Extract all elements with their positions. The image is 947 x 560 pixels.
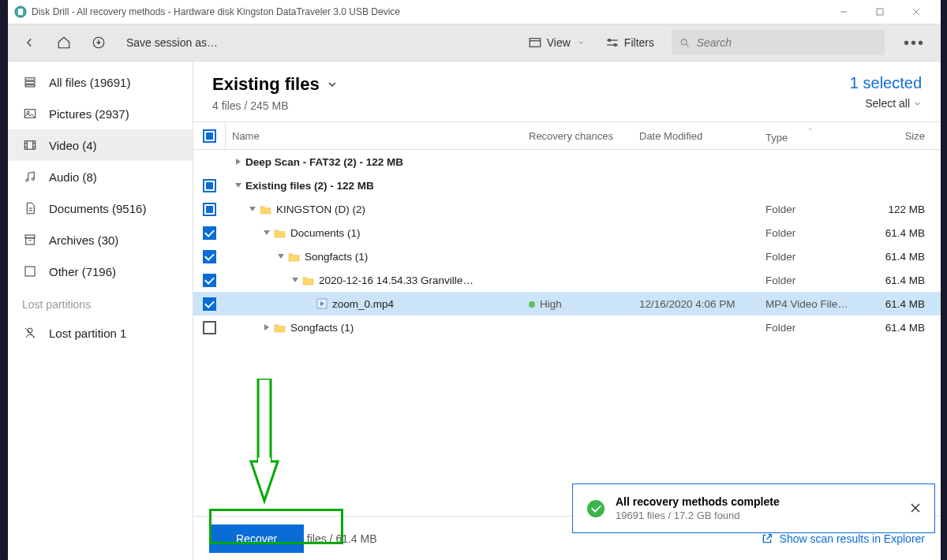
sidebar-item-audio[interactable]: Audio (8) bbox=[8, 161, 193, 192]
twisty-icon[interactable] bbox=[231, 158, 245, 166]
table-header: Name Recovery chances Date Modified ⌃Typ… bbox=[193, 121, 941, 150]
svg-marker-40 bbox=[278, 254, 284, 259]
maximize-button[interactable] bbox=[862, 0, 898, 24]
minimize-button[interactable] bbox=[825, 0, 862, 24]
search-input[interactable] bbox=[697, 36, 877, 49]
close-button[interactable] bbox=[898, 0, 934, 24]
sidebar: All files (19691) Pictures (2937) Video … bbox=[8, 62, 193, 560]
svg-rect-14 bbox=[25, 78, 35, 80]
video-icon bbox=[22, 138, 38, 152]
window-title: Disk Drill - All recovery methods - Hard… bbox=[32, 6, 825, 17]
archive-icon bbox=[22, 233, 38, 247]
sidebar-item-other[interactable]: Other (7196) bbox=[8, 256, 193, 287]
row-checkbox[interactable] bbox=[203, 274, 216, 287]
footer-info: 1 files / 61.4 MB bbox=[298, 532, 376, 545]
twisty-icon[interactable] bbox=[260, 323, 274, 331]
twisty-icon[interactable] bbox=[260, 229, 274, 237]
toast-close[interactable] bbox=[911, 502, 920, 516]
svg-rect-16 bbox=[25, 85, 35, 87]
svg-marker-41 bbox=[292, 278, 298, 282]
view-dropdown[interactable]: View bbox=[525, 32, 588, 53]
row-checkbox[interactable] bbox=[203, 297, 216, 311]
picture-icon bbox=[22, 106, 38, 121]
table-row[interactable]: Deep Scan - FAT32 (2) - 122 MB bbox=[193, 150, 941, 174]
row-checkbox[interactable] bbox=[203, 250, 216, 263]
table-row[interactable]: Songfacts (1)Folder61.4 MB bbox=[193, 245, 941, 268]
row-name: 2020-12-16 14.54.33 Granville… bbox=[319, 274, 474, 286]
svg-rect-15 bbox=[25, 81, 35, 84]
header-checkbox[interactable] bbox=[193, 129, 225, 143]
sidebar-item-all-files[interactable]: All files (19691) bbox=[8, 66, 193, 98]
col-name[interactable]: Name bbox=[225, 122, 522, 149]
recover-button[interactable]: Recover bbox=[209, 525, 304, 553]
svg-marker-36 bbox=[236, 159, 241, 165]
chance-indicator bbox=[529, 301, 535, 308]
table-row[interactable]: zoom_0.mp4High12/16/2020 4:06 PMMP4 Vide… bbox=[193, 292, 941, 315]
row-name: Documents (1) bbox=[290, 227, 361, 239]
row-name: Songfacts (1) bbox=[305, 251, 368, 263]
col-type[interactable]: ⌃Type bbox=[759, 129, 862, 144]
sidebar-item-archives[interactable]: Archives (30) bbox=[8, 224, 193, 256]
sidebar-item-video[interactable]: Video (4) bbox=[8, 129, 193, 161]
toolbar: Save session as… View Filters ••• bbox=[8, 24, 941, 62]
svg-marker-39 bbox=[264, 230, 270, 235]
home-button[interactable] bbox=[54, 32, 74, 53]
chevron-down-icon bbox=[913, 99, 922, 108]
row-checkbox[interactable] bbox=[203, 179, 216, 192]
table-row[interactable]: Documents (1)Folder61.4 MB bbox=[193, 221, 941, 245]
show-in-explorer-link[interactable]: Show scan results in Explorer bbox=[761, 532, 925, 545]
other-icon bbox=[22, 264, 38, 278]
filters-button[interactable]: Filters bbox=[602, 32, 657, 53]
svg-rect-33 bbox=[25, 267, 35, 276]
row-checkbox[interactable] bbox=[203, 226, 216, 240]
toast-subtitle: 19691 files / 17.2 GB found bbox=[616, 510, 900, 521]
col-recovery[interactable]: Recovery chances bbox=[522, 130, 633, 142]
lost-partitions-header: Lost partitions bbox=[8, 287, 193, 317]
search-icon bbox=[679, 37, 691, 49]
main-panel: Existing files 4 files / 245 MB 1 select… bbox=[193, 62, 941, 560]
main-subtitle: 4 files / 245 MB bbox=[212, 99, 339, 112]
twisty-icon[interactable] bbox=[231, 181, 245, 189]
chevron-down-icon bbox=[326, 78, 339, 91]
svg-marker-37 bbox=[235, 183, 241, 188]
main-title[interactable]: Existing files bbox=[212, 74, 339, 95]
titlebar: Disk Drill - All recovery methods - Hard… bbox=[8, 0, 941, 24]
row-checkbox[interactable] bbox=[203, 203, 216, 216]
toast-title: All recovery methods complete bbox=[616, 495, 900, 508]
external-icon bbox=[761, 532, 773, 545]
table-row[interactable]: KINGSTON (D) (2)Folder122 MB bbox=[193, 197, 941, 221]
table-row[interactable]: 2020-12-16 14.54.33 Granville…Folder61.4… bbox=[193, 268, 941, 292]
table-row[interactable]: Songfacts (1)Folder61.4 MB bbox=[193, 315, 941, 339]
more-menu[interactable]: ••• bbox=[899, 34, 930, 52]
partition-icon bbox=[22, 326, 38, 340]
sidebar-item-pictures[interactable]: Pictures (2937) bbox=[8, 98, 193, 129]
save-icon-button[interactable] bbox=[88, 32, 109, 53]
table-row[interactable]: Existing files (2) - 122 MB bbox=[193, 174, 941, 197]
svg-point-27 bbox=[32, 178, 34, 181]
twisty-icon[interactable] bbox=[274, 252, 288, 260]
save-session-button[interactable]: Save session as… bbox=[123, 33, 221, 52]
app-icon bbox=[14, 6, 27, 18]
search-box[interactable] bbox=[672, 30, 885, 55]
audio-icon bbox=[22, 170, 38, 184]
select-all[interactable]: Select all bbox=[850, 97, 922, 110]
row-name: Deep Scan - FAT32 (2) - 122 MB bbox=[245, 156, 403, 168]
sidebar-item-documents[interactable]: Documents (9516) bbox=[8, 192, 193, 224]
col-date[interactable]: Date Modified bbox=[633, 130, 759, 142]
file-table: Name Recovery chances Date Modified ⌃Typ… bbox=[193, 121, 941, 516]
svg-rect-30 bbox=[25, 235, 35, 238]
twisty-icon[interactable] bbox=[245, 205, 260, 213]
row-name: Songfacts (1) bbox=[290, 322, 354, 334]
row-name: KINGSTON (D) (2) bbox=[276, 203, 365, 215]
sidebar-item-lost-partition-1[interactable]: Lost partition 1 bbox=[8, 317, 193, 349]
row-checkbox[interactable] bbox=[203, 321, 216, 334]
row-name: Existing files (2) - 122 MB bbox=[245, 180, 374, 192]
svg-point-26 bbox=[26, 179, 28, 181]
col-size[interactable]: Size bbox=[862, 130, 941, 142]
back-button[interactable] bbox=[19, 32, 39, 53]
twisty-icon[interactable] bbox=[288, 276, 302, 284]
selected-count: 1 selected bbox=[850, 74, 922, 92]
svg-point-34 bbox=[28, 328, 32, 333]
svg-rect-19 bbox=[24, 141, 36, 150]
svg-line-13 bbox=[687, 44, 689, 47]
